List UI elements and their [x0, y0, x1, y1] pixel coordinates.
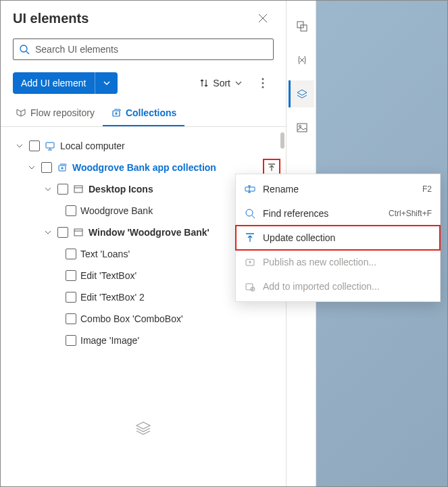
menu-item-publish: Publish as new collection...: [236, 250, 440, 274]
image-icon: [296, 122, 308, 134]
window-icon: [73, 184, 84, 195]
checkbox[interactable]: [41, 162, 52, 173]
tree-node-local-computer[interactable]: Local computer: [1, 135, 286, 157]
svg-point-3: [262, 82, 264, 84]
upload-icon: [267, 163, 276, 172]
sort-icon: [199, 78, 209, 88]
tab-flow-repository[interactable]: Flow repository: [7, 101, 103, 126]
tree-label: Local computer: [60, 140, 280, 151]
layers-icon: [296, 88, 308, 100]
menu-label: Update collection: [263, 232, 432, 243]
upload-icon: [245, 232, 255, 243]
add-to-icon: [245, 281, 255, 292]
rail-item-overlap[interactable]: [289, 13, 314, 40]
checkbox[interactable]: [66, 313, 76, 324]
svg-rect-16: [245, 187, 255, 191]
tree-node-combobox[interactable]: Combo Box 'ComboBox': [1, 308, 286, 330]
checkbox[interactable]: [66, 292, 76, 303]
checkbox[interactable]: [57, 227, 68, 238]
menu-label: Find references: [263, 208, 382, 219]
svg-point-0: [20, 45, 27, 52]
chevron-down-icon: [16, 142, 24, 150]
tab-collections-label: Collections: [126, 107, 176, 118]
panel-title: UI elements: [13, 11, 89, 26]
scrollbar-thumb[interactable]: [280, 132, 284, 149]
svg-rect-10: [74, 229, 82, 236]
collection-icon: [57, 162, 68, 173]
menu-shortcut: Ctrl+Shift+F: [389, 209, 432, 218]
menu-shortcut: F2: [422, 184, 432, 194]
svg-rect-8: [74, 186, 82, 193]
tree-label: Woodgrove Bank app collection: [72, 162, 259, 173]
collections-icon: [111, 107, 122, 118]
computer-icon: [45, 140, 55, 151]
menu-label: Rename: [263, 184, 416, 195]
tab-flow-label: Flow repository: [30, 107, 95, 118]
chevron-down-icon: [234, 79, 243, 87]
svg-point-15: [299, 126, 301, 128]
chevron-down-icon: [103, 79, 111, 87]
search-box[interactable]: [13, 39, 274, 60]
tab-collections[interactable]: Collections: [103, 101, 184, 126]
tree-node-image[interactable]: Image 'Image': [1, 330, 286, 351]
sort-button[interactable]: Sort: [195, 72, 247, 94]
menu-item-find-references[interactable]: Find references Ctrl+Shift+F: [236, 201, 440, 226]
checkbox[interactable]: [66, 249, 76, 259]
close-panel-button[interactable]: [252, 7, 274, 29]
svg-point-17: [246, 209, 253, 216]
search-input[interactable]: [34, 43, 268, 55]
add-ui-element-label: Add UI element: [13, 78, 95, 88]
empty-placeholder: [1, 351, 286, 486]
close-icon: [258, 14, 268, 23]
svg-rect-14: [297, 124, 307, 132]
rail-item-ui-elements[interactable]: [289, 80, 314, 107]
publish-icon: [245, 257, 255, 267]
sort-label: Sort: [213, 78, 230, 88]
checkbox[interactable]: [57, 184, 68, 195]
svg-rect-6: [46, 143, 54, 148]
context-menu: Rename F2 Find references Ctrl+Shift+F U…: [235, 174, 441, 302]
add-ui-element-button[interactable]: Add UI element: [13, 72, 118, 94]
more-button[interactable]: [252, 72, 274, 94]
tree-label: Image 'Image': [80, 335, 280, 346]
layers-icon: [134, 419, 153, 438]
svg-point-4: [262, 86, 264, 88]
variables-icon: [296, 54, 308, 66]
add-ui-element-split[interactable]: [95, 72, 118, 94]
rename-icon: [245, 184, 255, 195]
checkbox[interactable]: [29, 140, 40, 151]
checkbox[interactable]: [66, 205, 76, 216]
menu-item-add-to-imported: Add to imported collection...: [236, 274, 440, 299]
svg-point-2: [262, 78, 264, 80]
menu-label: Add to imported collection...: [263, 281, 432, 292]
search-icon: [245, 208, 255, 219]
search-icon: [19, 44, 30, 55]
tree-label: Combo Box 'ComboBox': [80, 313, 280, 324]
chevron-down-icon: [44, 185, 52, 193]
menu-item-rename[interactable]: Rename F2: [236, 177, 440, 201]
overlap-icon: [296, 20, 308, 32]
svg-line-18: [252, 215, 255, 218]
repository-icon: [16, 107, 26, 118]
menu-item-update-collection[interactable]: Update collection: [236, 226, 440, 250]
rail-item-variables[interactable]: [289, 47, 314, 74]
window-icon: [73, 227, 84, 238]
checkbox[interactable]: [66, 270, 76, 281]
more-vertical-icon: [262, 78, 264, 88]
chevron-down-icon: [28, 163, 36, 172]
svg-line-1: [26, 51, 29, 54]
chevron-down-icon: [44, 228, 52, 236]
checkbox[interactable]: [66, 335, 76, 346]
rail-item-images[interactable]: [289, 114, 314, 141]
menu-label: Publish as new collection...: [263, 257, 432, 267]
